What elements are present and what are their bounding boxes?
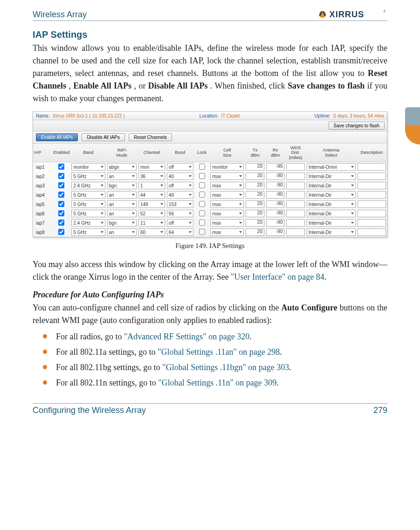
text-input[interactable]: -95 <box>266 163 284 171</box>
dropdown[interactable]: 153 <box>167 200 193 208</box>
link-user-interface[interactable]: "User Interface" on page 84 <box>231 272 324 282</box>
dropdown[interactable]: 2.4 GHz <box>71 219 105 227</box>
enabled-checkbox[interactable] <box>58 220 64 226</box>
dropdown[interactable]: Internal-Omni <box>307 163 356 171</box>
cross-reference-link[interactable]: "Global Settings .11bgn" on page 303 <box>162 363 289 372</box>
dropdown[interactable]: Internal-Dir <box>307 182 356 189</box>
text-input[interactable] <box>286 191 304 199</box>
lock-checkbox[interactable] <box>199 210 205 216</box>
lock-checkbox[interactable] <box>199 201 205 207</box>
lock-checkbox[interactable] <box>199 229 205 235</box>
text-input[interactable] <box>286 172 304 180</box>
enabled-checkbox[interactable] <box>58 192 64 198</box>
lock-checkbox[interactable] <box>199 192 205 198</box>
disable-all-iaps-button[interactable]: Disable All IAPs <box>82 133 125 141</box>
enabled-checkbox[interactable] <box>58 201 64 207</box>
enable-all-iaps-button[interactable]: Enable All IAPs <box>36 133 78 141</box>
enabled-checkbox[interactable] <box>58 182 64 188</box>
text-input[interactable] <box>358 228 386 236</box>
text-input[interactable]: 20 <box>246 200 264 208</box>
reset-channels-button[interactable]: Reset Channels <box>129 133 172 141</box>
text-input[interactable]: 20 <box>246 210 264 217</box>
text-input[interactable]: -90 <box>266 210 284 217</box>
text-input[interactable]: -90 <box>266 219 284 227</box>
text-input[interactable] <box>286 219 304 227</box>
dropdown[interactable]: an <box>107 210 137 217</box>
text-input[interactable] <box>358 219 386 227</box>
lock-checkbox[interactable] <box>199 173 205 179</box>
text-input[interactable]: -90 <box>266 228 284 236</box>
dropdown[interactable]: Internal-Dir <box>307 191 356 199</box>
dropdown[interactable]: Internal-Dir <box>307 210 356 217</box>
dropdown[interactable]: 40 <box>167 172 193 180</box>
cross-reference-link[interactable]: "Global Settings .11an" on page 298 <box>158 347 280 357</box>
dropdown[interactable]: max <box>210 210 244 217</box>
text-input[interactable] <box>286 200 304 208</box>
text-input[interactable] <box>358 210 386 217</box>
text-input[interactable] <box>286 182 304 189</box>
dropdown[interactable]: max <box>210 228 244 236</box>
lock-checkbox[interactable] <box>199 182 205 188</box>
dropdown[interactable]: 2.4 GHz <box>71 182 105 189</box>
dropdown[interactable]: an <box>107 172 137 180</box>
enabled-checkbox[interactable] <box>58 229 64 235</box>
dropdown[interactable]: off <box>167 182 193 189</box>
dropdown[interactable]: 1 <box>138 182 165 189</box>
text-input[interactable]: -90 <box>266 200 284 208</box>
text-input[interactable]: 20 <box>246 228 264 236</box>
cross-reference-link[interactable]: "Advanced RF Settings" on page 320 <box>124 332 249 341</box>
dropdown[interactable]: 5 GHz <box>71 210 105 217</box>
enabled-checkbox[interactable] <box>58 210 64 216</box>
dropdown[interactable]: bgn <box>107 219 137 227</box>
dropdown[interactable]: 44 <box>138 191 165 199</box>
text-input[interactable] <box>286 163 304 171</box>
dropdown[interactable]: an <box>107 191 137 199</box>
dropdown[interactable]: 48 <box>167 191 193 199</box>
text-input[interactable] <box>286 210 304 217</box>
text-input[interactable] <box>358 200 386 208</box>
dropdown[interactable]: max <box>210 200 244 208</box>
text-input[interactable] <box>358 163 386 171</box>
text-input[interactable]: 20 <box>246 172 264 180</box>
dropdown[interactable]: 52 <box>138 210 165 217</box>
dropdown[interactable]: 5 GHz <box>71 191 105 199</box>
dropdown[interactable]: 36 <box>138 172 165 180</box>
dropdown[interactable]: 56 <box>167 210 193 217</box>
text-input[interactable] <box>286 228 304 236</box>
enabled-checkbox[interactable] <box>58 173 64 179</box>
dropdown[interactable]: monitor <box>210 163 244 171</box>
text-input[interactable]: 20 <box>246 219 264 227</box>
dropdown[interactable]: 5 GHz <box>71 228 105 236</box>
dropdown[interactable]: Internal-Dir <box>307 228 356 236</box>
dropdown[interactable]: bgn <box>107 182 137 189</box>
dropdown[interactable]: Internal-Dir <box>307 200 356 208</box>
dropdown[interactable]: max <box>210 182 244 189</box>
text-input[interactable]: 20 <box>246 191 264 199</box>
dropdown[interactable]: mon <box>138 163 165 171</box>
dropdown[interactable]: max <box>210 172 244 180</box>
text-input[interactable] <box>358 172 386 180</box>
lock-checkbox[interactable] <box>199 164 205 170</box>
text-input[interactable]: -90 <box>266 172 284 180</box>
dropdown[interactable]: off <box>167 219 193 227</box>
dropdown[interactable]: 60 <box>138 228 165 236</box>
dropdown[interactable]: off <box>167 163 193 171</box>
dropdown[interactable]: abgn <box>107 163 137 171</box>
dropdown[interactable]: an <box>107 200 137 208</box>
dropdown[interactable]: 11 <box>138 219 165 227</box>
dropdown[interactable]: 149 <box>138 200 165 208</box>
dropdown[interactable]: Internal-Dir <box>307 219 356 227</box>
dropdown[interactable]: Internal-Dir <box>307 172 356 180</box>
cross-reference-link[interactable]: "Global Settings .11n" on page 309 <box>158 378 276 387</box>
text-input[interactable] <box>358 182 386 189</box>
text-input[interactable]: -90 <box>266 191 284 199</box>
dropdown[interactable]: max <box>210 191 244 199</box>
dropdown[interactable]: 5 GHz <box>71 200 105 208</box>
dropdown[interactable]: monitor <box>71 163 105 171</box>
dropdown[interactable]: max <box>210 219 244 227</box>
text-input[interactable]: 20 <box>246 182 264 189</box>
text-input[interactable]: -90 <box>266 182 284 189</box>
enabled-checkbox[interactable] <box>58 164 64 170</box>
dropdown[interactable]: 5 GHz <box>71 172 105 180</box>
lock-checkbox[interactable] <box>199 220 205 226</box>
